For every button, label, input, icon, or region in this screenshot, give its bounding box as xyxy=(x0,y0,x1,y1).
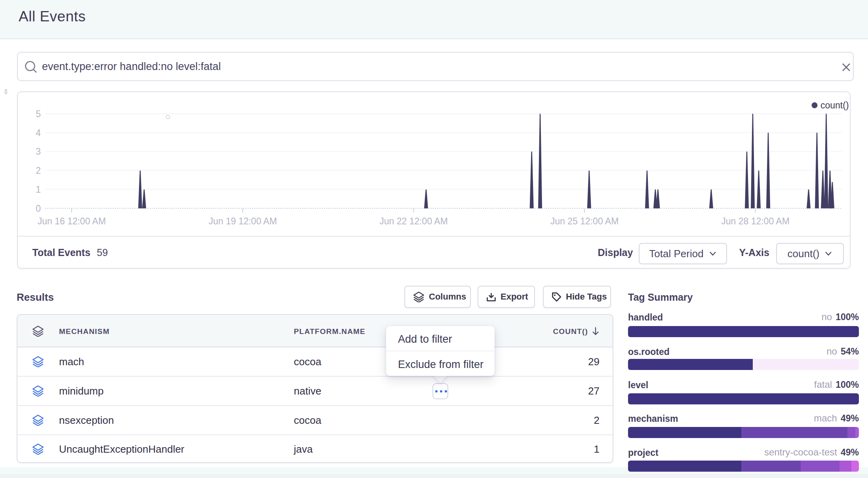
svg-text:1: 1 xyxy=(36,184,41,195)
svg-text:Jun 28 12:00 AM: Jun 28 12:00 AM xyxy=(721,216,790,226)
svg-text:5: 5 xyxy=(36,109,41,119)
svg-text:3: 3 xyxy=(36,146,41,157)
svg-text:4: 4 xyxy=(36,127,41,138)
svg-text:Jun 22 12:00 AM: Jun 22 12:00 AM xyxy=(379,216,448,226)
svg-text:Jun 19 12:00 AM: Jun 19 12:00 AM xyxy=(208,216,277,226)
svg-text:2: 2 xyxy=(36,165,41,176)
svg-text:0: 0 xyxy=(36,203,41,214)
svg-text:Jun 25 12:00 AM: Jun 25 12:00 AM xyxy=(550,216,619,226)
svg-text:Jun 16 12:00 AM: Jun 16 12:00 AM xyxy=(37,216,106,226)
svg-text:count(): count() xyxy=(820,100,849,110)
